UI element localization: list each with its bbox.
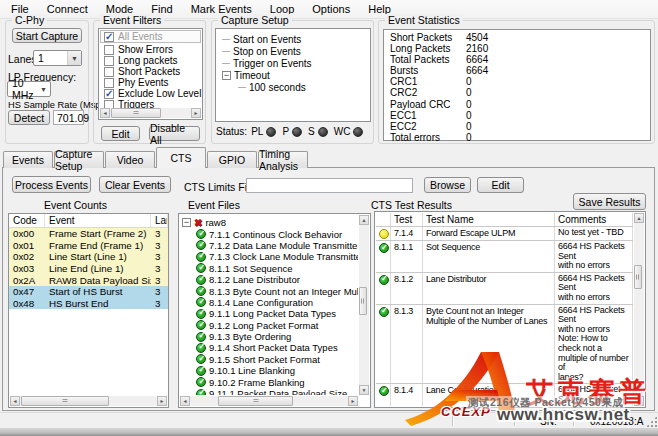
column-header-test-name[interactable]: Test Name xyxy=(423,213,555,226)
chevron-down-icon[interactable]: ▼ xyxy=(67,51,81,65)
filter-checkbox-row[interactable]: Short Packets xyxy=(99,66,202,77)
tree-item[interactable]: 8.1.2 Lane Distributor xyxy=(180,274,358,285)
resize-grip[interactable] xyxy=(646,416,657,427)
column-header-comments[interactable]: Comments xyxy=(555,213,633,226)
result-row[interactable]: 8.1.1 Sot Sequence 6664 HS Packets Sent … xyxy=(376,241,633,273)
filters-horizontal-scrollbar[interactable]: ◄ ► xyxy=(100,108,201,118)
browse-button[interactable]: Browse xyxy=(424,177,471,193)
edit-limits-button[interactable]: Edit xyxy=(477,177,524,193)
result-row[interactable]: 8.1.2 Lane Distributor 6664 HS Packets S… xyxy=(376,273,633,305)
filter-checkbox-row[interactable]: Show Errors xyxy=(99,44,202,55)
start-capture-button[interactable]: Start Capture xyxy=(12,28,82,43)
column-header-code[interactable]: Code xyxy=(9,214,45,227)
disable-all-button[interactable]: Disable All xyxy=(149,126,200,141)
tree-item[interactable]: 9.10.1 Line Blanking xyxy=(180,365,358,376)
tree-item[interactable]: 7.1.1 Continous Clock Behavior xyxy=(180,228,358,239)
tree-item[interactable]: 9.11.1 Packet Data Payload Size xyxy=(180,388,358,395)
tab[interactable]: Timing Analysis xyxy=(258,151,308,168)
tree-item[interactable]: − Trigger on Events xyxy=(216,57,370,69)
table-row[interactable]: 0x00 Frame Start (Frame 2) 3 xyxy=(9,228,168,240)
checkbox-icon[interactable] xyxy=(104,78,114,88)
filter-checkbox-row[interactable]: Exclude Low Level Events xyxy=(99,88,202,99)
result-row[interactable]: 8.1.3 Byte Count not an Integer Multiple… xyxy=(376,305,633,385)
tab[interactable]: GPIO xyxy=(207,151,257,168)
tree-item[interactable]: 9.10.2 Frame Blanking xyxy=(180,376,358,387)
tree-item[interactable]: − 100 seconds xyxy=(216,81,370,93)
scroll-down-icon[interactable]: ▼ xyxy=(634,396,644,406)
files-vertical-scrollbar[interactable]: ▲ ▼ xyxy=(359,215,369,395)
tree-item[interactable]: − Timeout xyxy=(216,69,370,81)
table-row[interactable]: 0x03 Line End (Line 1) 3 xyxy=(9,263,168,275)
tab[interactable]: Video xyxy=(105,151,155,168)
checkbox-icon[interactable] xyxy=(104,56,114,66)
event-counts-table: Code Event Lanes 0x00 Frame Start (Frame… xyxy=(8,213,169,408)
tree-item[interactable]: 7.1.3 Clock Lane Module Transmitter Requ… xyxy=(180,251,358,262)
checkbox-icon[interactable] xyxy=(104,32,114,42)
tab[interactable]: Events xyxy=(3,151,53,168)
result-row[interactable]: 8.1.4 Lane Configuration 6664 HS Packet … xyxy=(376,384,633,406)
edit-filters-button[interactable]: Edit xyxy=(101,126,140,141)
scroll-thumb[interactable] xyxy=(218,396,293,406)
scroll-right-icon[interactable]: ► xyxy=(191,108,201,118)
tree-root-item[interactable]: − ✖ raw8 xyxy=(180,217,358,228)
tree-item[interactable]: 7.1.2 Data Lane Module Transmitter Requi… xyxy=(180,240,358,251)
tree-item[interactable]: − Start on Events xyxy=(216,33,370,45)
results-vertical-scrollbar[interactable]: ▲ ▼ xyxy=(634,213,644,406)
tree-item[interactable]: 9.1.3 Byte Ordering xyxy=(180,331,358,342)
scroll-thumb[interactable] xyxy=(634,265,642,289)
counts-horizontal-scrollbar[interactable]: ◄ ► xyxy=(10,396,167,406)
filter-checkbox-row[interactable]: Phy Events xyxy=(99,77,202,88)
checkbox-icon[interactable] xyxy=(104,45,114,55)
clear-events-button[interactable]: Clear Events xyxy=(99,176,171,193)
all-events-checkbox-row[interactable]: All Events xyxy=(100,30,201,43)
tree-item[interactable]: 9.1.2 Long Packet Format xyxy=(180,320,358,331)
tree-item[interactable]: 8.1.1 Sot Sequence xyxy=(180,263,358,274)
table-row[interactable]: 0x02 Line Start (Line 1) 3 xyxy=(9,251,168,263)
tab[interactable]: Capture Setup xyxy=(54,151,104,168)
tree-item[interactable]: − Stop on Events xyxy=(216,45,370,57)
scroll-up-icon[interactable]: ▲ xyxy=(359,215,369,225)
scroll-right-icon[interactable]: ► xyxy=(157,396,167,406)
checkbox-icon[interactable] xyxy=(104,67,114,77)
result-row[interactable]: 7.1.4 Forward Escape ULPM No test yet - … xyxy=(376,227,633,241)
table-row[interactable]: 0x01 Frame End (Frame 1) 3 xyxy=(9,240,168,252)
event-lanes: 3 xyxy=(151,275,168,286)
tree-item[interactable]: 9.1.4 Short Packet Data Types xyxy=(180,342,358,353)
tree-item[interactable]: 8.1.3 Byte Count not an Integer Multiple… xyxy=(180,285,358,296)
column-header-event[interactable]: Event xyxy=(45,214,151,227)
tab[interactable]: CTS xyxy=(156,147,206,168)
table-row[interactable]: 0x48 HS Burst End 3 xyxy=(9,298,168,310)
tree-item[interactable]: 9.1.5 Short Packet Format xyxy=(180,354,358,365)
column-header-lanes[interactable]: Lanes xyxy=(151,214,168,227)
scroll-right-icon[interactable]: ► xyxy=(348,396,358,406)
column-header-status[interactable] xyxy=(376,213,391,226)
detect-button[interactable]: Detect xyxy=(8,110,50,125)
scroll-thumb[interactable] xyxy=(111,108,161,118)
chevron-down-icon[interactable]: ▼ xyxy=(37,82,50,96)
collapse-icon[interactable]: − xyxy=(222,71,231,80)
scroll-left-icon[interactable]: ◄ xyxy=(10,396,20,406)
table-row[interactable]: 0x47 Start of HS Burst 3 xyxy=(9,286,168,298)
filter-checkbox-row[interactable]: Long packets xyxy=(99,55,202,66)
scroll-left-icon[interactable]: ◄ xyxy=(100,108,110,118)
lanes-select[interactable]: 1 ▼ xyxy=(33,50,82,66)
scroll-down-icon[interactable]: ▼ xyxy=(359,385,369,395)
process-events-button[interactable]: Process Events xyxy=(12,176,91,193)
tree-item[interactable]: 8.1.4 Lane Configuration xyxy=(180,297,358,308)
scroll-up-icon[interactable]: ▲ xyxy=(634,213,644,223)
scroll-thumb[interactable] xyxy=(21,396,109,406)
cts-limits-file-input[interactable] xyxy=(246,178,413,193)
scroll-thumb[interactable] xyxy=(359,287,367,315)
save-results-button[interactable]: Save Results xyxy=(573,193,646,210)
tree-item-label: 8.1.2 Lane Distributor xyxy=(209,274,300,285)
collapse-icon[interactable]: − xyxy=(182,218,191,227)
menu-item[interactable]: Options xyxy=(303,1,359,17)
column-header-test[interactable]: Test xyxy=(391,213,423,226)
statistic-row: Payload CRC 0 xyxy=(384,99,650,110)
files-horizontal-scrollbar[interactable]: ◄ ► xyxy=(180,396,358,406)
tree-item[interactable]: 9.1.1 Long Packet Data Types xyxy=(180,308,358,319)
checkbox-icon[interactable] xyxy=(104,89,114,99)
table-row[interactable]: 0x2A RAW8 Data Payload Size: 19... 3 xyxy=(9,274,168,286)
scroll-left-icon[interactable]: ◄ xyxy=(180,396,190,406)
lp-frequency-select[interactable]: 10 MHz ▼ xyxy=(7,81,51,97)
